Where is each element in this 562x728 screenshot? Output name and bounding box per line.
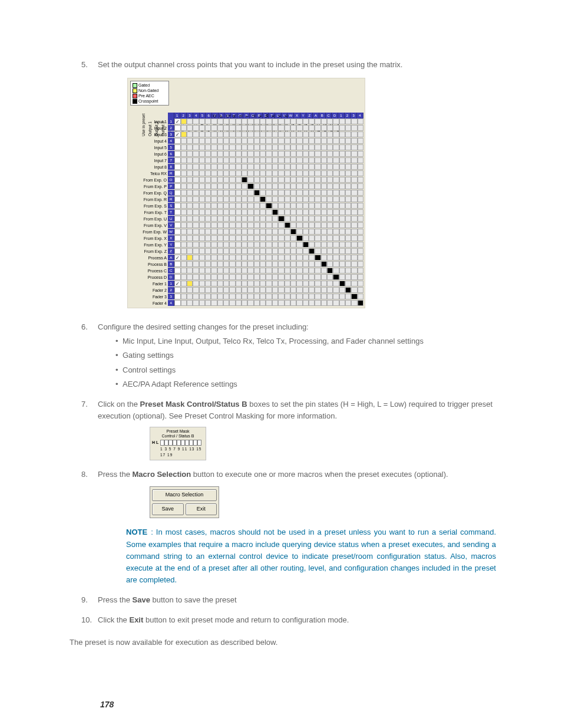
matrix-cell[interactable] (321, 118, 327, 124)
matrix-cell[interactable] (296, 235, 302, 241)
matrix-cell[interactable] (205, 216, 211, 222)
matrix-cell[interactable] (333, 131, 339, 137)
matrix-cell[interactable] (242, 216, 247, 222)
matrix-cell[interactable] (260, 190, 266, 196)
use-in-preset-checkbox[interactable] (174, 177, 180, 183)
matrix-cell[interactable] (309, 274, 315, 280)
matrix-cell[interactable] (217, 131, 223, 137)
matrix-cell[interactable] (351, 255, 357, 261)
matrix-cell[interactable] (260, 203, 266, 209)
matrix-cell[interactable] (315, 177, 320, 183)
matrix-cell[interactable] (345, 196, 351, 202)
matrix-cell[interactable] (217, 261, 223, 267)
mask-cell[interactable] (193, 440, 197, 446)
matrix-cell[interactable] (333, 248, 339, 254)
matrix-cell[interactable] (193, 248, 199, 254)
matrix-cell[interactable] (211, 229, 217, 235)
matrix-cell[interactable] (290, 138, 296, 144)
matrix-cell[interactable] (315, 274, 320, 280)
matrix-cell[interactable] (327, 235, 333, 241)
matrix-cell[interactable] (296, 255, 302, 261)
matrix-cell[interactable] (205, 170, 211, 176)
matrix-cell[interactable] (285, 164, 290, 170)
matrix-cell[interactable] (272, 216, 278, 222)
matrix-cell[interactable] (223, 170, 229, 176)
matrix-cell[interactable] (296, 222, 302, 228)
matrix-cell[interactable] (242, 164, 247, 170)
matrix-cell[interactable] (236, 222, 242, 228)
matrix-cell[interactable] (229, 151, 235, 157)
matrix-cell[interactable] (278, 229, 284, 235)
matrix-cell[interactable] (266, 222, 272, 228)
mask-cell[interactable] (173, 440, 177, 446)
matrix-cell[interactable] (272, 203, 278, 209)
matrix-cell[interactable] (199, 125, 205, 131)
matrix-cell[interactable] (236, 177, 242, 183)
matrix-cell[interactable] (205, 255, 211, 261)
mask-cell[interactable] (189, 440, 193, 446)
matrix-cell[interactable] (254, 274, 260, 280)
matrix-cell[interactable] (181, 261, 187, 267)
matrix-cell[interactable] (321, 157, 327, 163)
matrix-cell[interactable] (260, 144, 266, 150)
matrix-cell[interactable] (303, 261, 309, 267)
matrix-cell[interactable] (181, 144, 187, 150)
matrix-cell[interactable] (309, 144, 315, 150)
matrix-cell[interactable] (181, 209, 187, 215)
matrix-cell[interactable] (296, 177, 302, 183)
matrix-cell[interactable] (345, 203, 351, 209)
matrix-cell[interactable] (236, 203, 242, 209)
matrix-cell[interactable] (247, 190, 253, 196)
matrix-cell[interactable] (327, 222, 333, 228)
matrix-cell[interactable] (278, 196, 284, 202)
matrix-cell[interactable] (229, 294, 235, 299)
matrix-cell[interactable] (187, 287, 193, 293)
matrix-cell[interactable] (193, 183, 199, 189)
matrix-cell[interactable] (242, 268, 247, 274)
matrix-cell[interactable] (333, 183, 339, 189)
matrix-cell[interactable] (272, 235, 278, 241)
matrix-cell[interactable] (315, 222, 320, 228)
matrix-cell[interactable] (223, 261, 229, 267)
matrix-cell[interactable] (217, 157, 223, 163)
matrix-cell[interactable] (351, 170, 357, 176)
matrix-cell[interactable] (278, 203, 284, 209)
matrix-cell[interactable] (339, 216, 345, 222)
matrix-cell[interactable] (211, 222, 217, 228)
matrix-cell[interactable] (217, 229, 223, 235)
matrix-cell[interactable] (211, 268, 217, 274)
matrix-cell[interactable] (327, 196, 333, 202)
matrix-cell[interactable] (327, 183, 333, 189)
matrix-cell[interactable] (193, 242, 199, 248)
matrix-cell[interactable] (321, 183, 327, 189)
matrix-cell[interactable] (345, 261, 351, 267)
matrix-cell[interactable] (199, 118, 205, 124)
matrix-cell[interactable] (333, 144, 339, 150)
use-in-preset-checkbox[interactable] (174, 164, 180, 170)
matrix-cell[interactable] (358, 170, 363, 176)
matrix-cell[interactable] (229, 196, 235, 202)
matrix-cell[interactable] (242, 125, 247, 131)
matrix-cell[interactable] (247, 209, 253, 215)
matrix-cell[interactable] (217, 268, 223, 274)
matrix-cell[interactable] (199, 222, 205, 228)
matrix-cell[interactable] (266, 177, 272, 183)
matrix-cell[interactable] (260, 170, 266, 176)
matrix-cell[interactable] (309, 300, 315, 306)
matrix-cell[interactable] (266, 294, 272, 299)
matrix-cell[interactable] (193, 177, 199, 183)
matrix-cell[interactable] (339, 138, 345, 144)
matrix-cell[interactable] (290, 294, 296, 299)
matrix-cell[interactable] (242, 261, 247, 267)
matrix-cell[interactable] (254, 255, 260, 261)
matrix-cell[interactable] (339, 274, 345, 280)
matrix-cell[interactable] (254, 183, 260, 189)
matrix-cell[interactable] (223, 216, 229, 222)
matrix-cell[interactable] (254, 222, 260, 228)
matrix-cell[interactable] (242, 274, 247, 280)
matrix-cell[interactable] (236, 125, 242, 131)
matrix-cell[interactable] (272, 300, 278, 306)
use-in-preset-checkbox[interactable] (174, 144, 180, 150)
matrix-cell[interactable] (303, 157, 309, 163)
matrix-cell[interactable] (272, 294, 278, 299)
